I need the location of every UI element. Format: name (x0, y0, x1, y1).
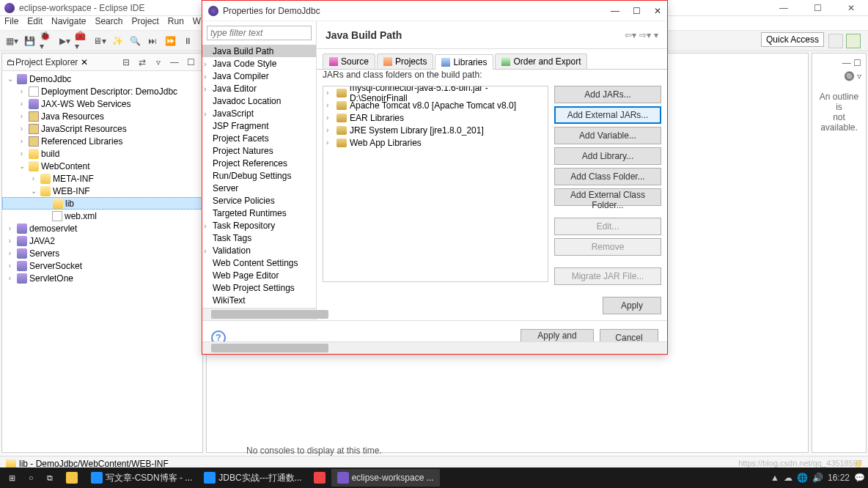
taskbar-app[interactable]: JDBC实战---打通数... (198, 469, 307, 487)
close-button[interactable]: ✕ (834, 0, 868, 16)
tree-item[interactable]: ›Servers (2, 247, 202, 259)
tree-item[interactable]: ⌄WEB-INF (2, 185, 202, 197)
pause-icon[interactable]: ⏸ (180, 34, 195, 48)
new-server-icon[interactable]: 🖥▾ (92, 34, 107, 48)
maximize-button[interactable]: ☐ (801, 0, 834, 16)
add-variable-button[interactable]: Add Variable... (554, 127, 661, 144)
open-perspective-button[interactable] (828, 34, 843, 48)
jar-entry[interactable]: ›mysql-connector-java-5.1.6-bin.jar - D:… (323, 86, 548, 99)
forward-icon[interactable]: ⇨▾ (639, 30, 651, 40)
tree-item[interactable]: ⌄DemoJdbc (2, 73, 202, 85)
start-button[interactable]: ⊞ (3, 469, 21, 487)
property-category-item[interactable]: Java Compiler (202, 70, 316, 82)
dialog-close-button[interactable]: ✕ (654, 6, 661, 16)
menu-run[interactable]: Run (168, 16, 184, 30)
taskbar-app[interactable]: 写文章-CSDN博客 - ... (85, 469, 199, 487)
menu-icon[interactable]: ▾ (654, 30, 658, 40)
tree-item[interactable]: ›Deployment Descriptor: DemoJdbc (2, 85, 202, 97)
filter-input[interactable] (207, 26, 312, 40)
jee-perspective-button[interactable] (846, 34, 861, 48)
link-editor-icon[interactable]: ⇄ (135, 55, 150, 70)
tree-item[interactable]: lib (2, 197, 202, 210)
property-category-item[interactable]: WikiText (202, 294, 316, 306)
add-class-folder-button[interactable]: Add Class Folder... (554, 168, 661, 185)
dialog-minimize-button[interactable]: — (611, 6, 619, 16)
tree-item[interactable]: ›META-INF (2, 172, 202, 185)
property-category-item[interactable]: Targeted Runtimes (202, 207, 316, 219)
taskbar-app[interactable] (308, 469, 331, 487)
wand-icon[interactable]: ✨ (110, 34, 125, 48)
collapse-all-icon[interactable]: ⊟ (119, 55, 133, 70)
tree-item[interactable]: ›demoservlet (2, 222, 202, 234)
jar-entry[interactable]: ›Apache Tomcat v8.0 [Apache Tomcat v8.0] (323, 99, 548, 111)
property-categories-tree[interactable]: Java Build PathJava Code StyleJava Compi… (202, 45, 316, 308)
property-category-item[interactable]: JSP Fragment (202, 119, 316, 132)
minimize-button[interactable]: — (767, 0, 801, 16)
system-tray[interactable]: ▲☁🌐🔊 16:22 💬 (770, 473, 865, 483)
tree-item[interactable]: ⌄WebContent (2, 160, 202, 172)
skip-icon[interactable]: ⏩ (163, 34, 177, 48)
add-jars-button[interactable]: Add JARs... (554, 86, 661, 103)
tree-item[interactable]: ›build (2, 147, 202, 160)
property-category-item[interactable]: Web Page Editor (202, 269, 316, 281)
property-category-item[interactable]: Project Natures (202, 144, 316, 157)
cortana-button[interactable]: ○ (23, 469, 40, 487)
apply-button[interactable]: Apply (603, 297, 661, 314)
jar-entry[interactable]: ›EAR Libraries (323, 111, 548, 124)
add-external-jars-button[interactable]: Add External JARs... (554, 106, 661, 124)
property-category-item[interactable]: Java Code Style (202, 57, 316, 70)
property-category-item[interactable]: Web Project Settings (202, 281, 316, 294)
jar-entry[interactable]: ›Web App Libraries (323, 136, 548, 149)
jars-list[interactable]: ›mysql-connector-java-5.1.6-bin.jar - D:… (323, 86, 548, 282)
minimize-view-icon[interactable]: — (167, 55, 182, 70)
property-category-item[interactable]: Web Content Settings (202, 256, 316, 269)
tab-libraries[interactable]: Libraries (435, 54, 493, 70)
add-library-button[interactable]: Add Library... (554, 147, 661, 165)
tree-item[interactable]: web.xml (2, 210, 202, 222)
step-icon[interactable]: ⏭ (145, 34, 160, 48)
ext-tools-icon[interactable]: 🧰▾ (75, 34, 89, 48)
tree-item[interactable]: ›JAVA2 (2, 234, 202, 247)
dialog-maximize-button[interactable]: ☐ (633, 6, 641, 16)
tree-item[interactable]: ›JavaScript Resources (2, 122, 202, 135)
property-category-item[interactable]: Validation (202, 244, 316, 256)
menu-search[interactable]: Search (95, 16, 122, 30)
task-view-button[interactable]: ⧉ (41, 469, 59, 487)
back-icon[interactable]: ⇦▾ (625, 30, 636, 40)
menu-project[interactable]: Project (131, 16, 158, 30)
property-category-item[interactable]: Project Facets (202, 132, 316, 144)
property-category-item[interactable]: Java Editor (202, 82, 316, 95)
menu-edit[interactable]: Edit (27, 16, 43, 30)
maximize-view-icon[interactable]: ☐ (183, 55, 198, 70)
menu-navigate[interactable]: Navigate (51, 16, 86, 30)
quick-access-input[interactable]: Quick Access (761, 32, 824, 47)
property-category-item[interactable]: Run/Debug Settings (202, 169, 316, 182)
tree-item[interactable]: ›JAX-WS Web Services (2, 97, 202, 110)
new-icon[interactable]: ▦▾ (4, 34, 19, 48)
save-icon[interactable]: 💾 (22, 34, 37, 48)
debug-icon[interactable]: 🐞▾ (40, 34, 54, 48)
property-category-item[interactable]: Service Policies (202, 194, 316, 207)
property-category-item[interactable]: Task Repository (202, 219, 316, 232)
property-category-item[interactable]: Javadoc Location (202, 95, 316, 107)
taskbar-app[interactable]: eclipse-workspace ... (331, 469, 440, 487)
property-category-item[interactable]: JavaScript (202, 107, 316, 119)
tree-item[interactable]: ›ServerSocket (2, 259, 202, 272)
tab-projects[interactable]: Projects (377, 53, 433, 69)
run-icon[interactable]: ▶▾ (57, 34, 72, 48)
property-category-item[interactable]: Server (202, 182, 316, 194)
property-category-item[interactable]: Java Build Path (202, 45, 316, 57)
file-explorer-button[interactable] (60, 469, 84, 487)
menu-file[interactable]: File (4, 16, 18, 30)
property-category-item[interactable]: Project References (202, 157, 316, 169)
tree-item[interactable]: ›ServletOne (2, 272, 202, 284)
view-menu-icon[interactable]: ▿ (151, 55, 166, 70)
jar-entry[interactable]: ›JRE System Library [jre1.8.0_201] (323, 124, 548, 136)
project-tree[interactable]: ⌄DemoJdbc›Deployment Descriptor: DemoJdb… (2, 71, 202, 452)
tree-item[interactable]: ›Java Resources (2, 110, 202, 122)
tree-item[interactable]: ›Referenced Libraries (2, 135, 202, 147)
tab-order-and-export[interactable]: Order and Export (495, 53, 587, 69)
tab-source[interactable]: Source (323, 53, 375, 69)
property-category-item[interactable]: Task Tags (202, 232, 316, 244)
search-icon[interactable]: 🔍 (128, 34, 142, 48)
